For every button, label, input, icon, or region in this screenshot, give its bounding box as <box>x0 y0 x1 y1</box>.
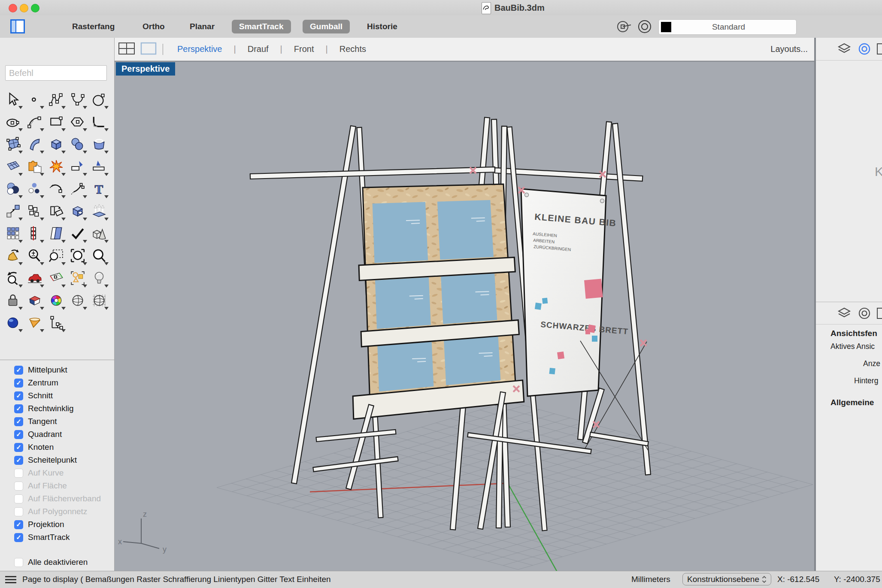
tool-color-wheel[interactable] <box>45 289 67 312</box>
sidebar-toggle-icon[interactable] <box>10 19 25 33</box>
tool-zoom-extents[interactable] <box>67 245 88 267</box>
page-icon[interactable] <box>876 43 882 57</box>
dropdown-triangle-icon[interactable] <box>61 128 66 131</box>
tool-sphere-lines[interactable] <box>67 289 88 312</box>
osnap-checkbox-smarttrack[interactable]: ✓ <box>14 533 23 542</box>
dropdown-triangle-icon[interactable] <box>104 218 109 221</box>
tool-select[interactable] <box>3 88 24 111</box>
dropdown-triangle-icon[interactable] <box>83 285 87 288</box>
dropdown-triangle-icon[interactable] <box>40 307 44 310</box>
dropdown-triangle-icon[interactable] <box>83 307 87 310</box>
dropdown-triangle-icon[interactable] <box>83 240 87 243</box>
dropdown-triangle-icon[interactable] <box>83 195 87 198</box>
tool-copy[interactable] <box>24 200 45 222</box>
close-window-button[interactable] <box>9 4 17 12</box>
dropdown-triangle-icon[interactable] <box>40 262 44 265</box>
dropdown-triangle-icon[interactable] <box>40 218 44 221</box>
tab-rechts[interactable]: Rechts <box>328 44 378 54</box>
dropdown-triangle-icon[interactable] <box>40 106 44 109</box>
osnap-checkbox-projektion[interactable]: ✓ <box>14 520 23 529</box>
tool-check[interactable] <box>67 222 88 245</box>
dropdown-triangle-icon[interactable] <box>18 151 23 154</box>
osnap-checkbox-mittelpunkt[interactable]: ✓ <box>14 366 23 375</box>
dropdown-triangle-icon[interactable] <box>83 151 87 154</box>
tab-perspektive[interactable]: Perspektive <box>166 44 234 54</box>
dropdown-triangle-icon[interactable] <box>18 173 23 176</box>
page-icon[interactable] <box>876 307 882 321</box>
layers-icon[interactable] <box>837 43 851 57</box>
menu-icon[interactable] <box>5 576 16 585</box>
tool-trim[interactable] <box>67 155 88 178</box>
tool-surface-points[interactable] <box>3 133 24 155</box>
tool-zoom-dynamic[interactable] <box>24 245 45 267</box>
tool-solid-edit[interactable] <box>67 200 88 222</box>
dropdown-triangle-icon[interactable] <box>104 307 109 310</box>
dropdown-triangle-icon[interactable] <box>18 262 23 265</box>
toolbar-button-ortho[interactable]: Ortho <box>142 15 165 38</box>
osnap-checkbox-knoten[interactable]: ✓ <box>14 443 23 452</box>
osnap-checkbox-auf-kurve[interactable] <box>14 469 23 478</box>
dropdown-triangle-icon[interactable] <box>104 240 109 243</box>
tool-circle[interactable] <box>88 88 110 111</box>
dropdown-triangle-icon[interactable] <box>83 128 87 131</box>
dropdown-triangle-icon[interactable] <box>61 307 66 310</box>
tool-surface-curved[interactable] <box>24 133 45 155</box>
osnap-checkbox-scheitelpunkt[interactable]: ✓ <box>14 456 23 465</box>
single-viewport-icon[interactable] <box>140 42 157 57</box>
tool-filter-cone[interactable] <box>24 312 45 334</box>
tool-array-grid[interactable] <box>3 222 24 245</box>
tool-sphere[interactable] <box>67 133 88 155</box>
dropdown-triangle-icon[interactable] <box>83 262 87 265</box>
dropdown-triangle-icon[interactable] <box>18 285 23 288</box>
tool-move[interactable] <box>3 200 24 222</box>
dropdown-triangle-icon[interactable] <box>18 195 23 198</box>
minimize-window-button[interactable] <box>20 4 28 12</box>
four-viewports-icon[interactable] <box>118 42 135 57</box>
dropdown-triangle-icon[interactable] <box>83 106 87 109</box>
osnap-point-icon[interactable] <box>616 19 632 34</box>
dropdown-triangle-icon[interactable] <box>104 128 109 131</box>
osnap-checkbox-auf-fl-chenverband[interactable] <box>14 494 23 503</box>
dropdown-triangle-icon[interactable] <box>18 106 23 109</box>
osnap-checkbox-zentrum[interactable]: ✓ <box>14 379 23 388</box>
toolbar-button-historie[interactable]: Historie <box>367 15 397 38</box>
tool-arc[interactable] <box>24 111 45 133</box>
tool-zoom-window[interactable] <box>45 245 67 267</box>
dropdown-triangle-icon[interactable] <box>40 329 44 332</box>
toolbar-button-smarttrack[interactable]: SmartTrack <box>232 15 291 38</box>
dropdown-triangle-icon[interactable] <box>61 262 66 265</box>
properties-icon[interactable] <box>858 307 870 321</box>
units-label[interactable]: Millimeters <box>631 575 670 584</box>
tool-fillet[interactable] <box>88 111 110 133</box>
tool-boolean[interactable] <box>3 178 24 200</box>
dropdown-triangle-icon[interactable] <box>104 285 109 288</box>
osnap-checkbox-rechtwinklig[interactable]: ✓ <box>14 404 23 413</box>
tab-drauf[interactable]: Drauf <box>236 44 280 54</box>
dropdown-triangle-icon[interactable] <box>104 151 109 154</box>
dropdown-triangle-icon[interactable] <box>18 128 23 131</box>
tool-orient[interactable] <box>3 245 24 267</box>
dropdown-triangle-icon[interactable] <box>61 173 66 176</box>
tool-pie[interactable] <box>24 289 45 312</box>
tool-sphere-grid[interactable] <box>88 289 110 312</box>
osnap-checkbox-alle-deaktivieren[interactable] <box>14 558 23 567</box>
dropdown-triangle-icon[interactable] <box>18 218 23 221</box>
layouts-button[interactable]: Layouts... <box>770 44 808 54</box>
dropdown-triangle-icon[interactable] <box>83 173 87 176</box>
tool-explode[interactable] <box>45 155 67 178</box>
tool-puzzle[interactable] <box>24 155 45 178</box>
dropdown-triangle-icon[interactable] <box>40 173 44 176</box>
dropdown-triangle-icon[interactable] <box>61 285 66 288</box>
tool-dimension[interactable] <box>45 312 67 334</box>
tool-revolve[interactable] <box>88 133 110 155</box>
tool-offset[interactable] <box>45 222 67 245</box>
tool-point-cloud[interactable] <box>24 178 45 200</box>
toolbar-button-gumball[interactable]: Gumball <box>303 15 350 38</box>
tool-zoom-lens[interactable] <box>88 245 110 267</box>
dropdown-triangle-icon[interactable] <box>61 218 66 221</box>
zoom-window-button[interactable] <box>31 4 39 12</box>
tool-named-views[interactable] <box>67 267 88 289</box>
tool-rectangle[interactable] <box>45 111 67 133</box>
toolbar-button-planar[interactable]: Planar <box>190 15 215 38</box>
dropdown-triangle-icon[interactable] <box>104 262 109 265</box>
